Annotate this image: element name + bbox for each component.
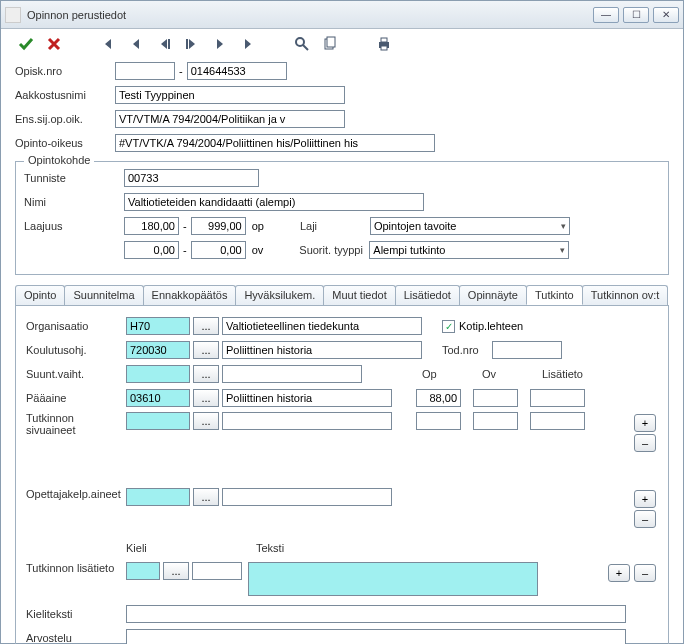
sivuaine-code-input[interactable] xyxy=(126,412,190,430)
arvostelu-label: Arvostelu xyxy=(26,632,126,644)
tlisa-browse-button[interactable]: ... xyxy=(163,562,189,580)
cancel-icon[interactable] xyxy=(43,33,65,55)
tab-opinto[interactable]: Opinto xyxy=(15,285,65,305)
opettaja-name-input[interactable] xyxy=(222,488,392,506)
tab-lisatiedot[interactable]: Lisätiedot xyxy=(395,285,460,305)
koulutusohj-browse-button[interactable]: ... xyxy=(193,341,219,359)
tab-muut-tiedot[interactable]: Muut tiedot xyxy=(323,285,395,305)
svg-rect-2 xyxy=(327,37,335,47)
svg-point-0 xyxy=(296,38,304,46)
minimize-button[interactable]: — xyxy=(593,7,619,23)
sivuaineet-label: Tutkinnon sivuaineet xyxy=(26,412,126,436)
todnro-input[interactable] xyxy=(492,341,562,359)
nav-nextx-icon[interactable] xyxy=(181,33,203,55)
close-button[interactable]: ✕ xyxy=(653,7,679,23)
tab-ennakkopaatos[interactable]: Ennakkopäätös xyxy=(143,285,237,305)
laaj2a-input[interactable] xyxy=(124,241,179,259)
op-label: op xyxy=(252,220,264,232)
maximize-button[interactable]: ☐ xyxy=(623,7,649,23)
ov-col-label: Ov xyxy=(482,368,522,380)
kieliteksti-input[interactable] xyxy=(126,605,626,623)
opinto-oikeus-label: Opinto-oikeus xyxy=(15,137,115,149)
opettaja-remove-button[interactable]: – xyxy=(634,510,656,528)
suorit-dropdown[interactable]: Alempi tutkinto xyxy=(369,241,569,259)
ov-label: ov xyxy=(252,244,264,256)
tlisa-remove-button[interactable]: – xyxy=(634,564,656,582)
sivuaine-add-button[interactable]: + xyxy=(634,414,656,432)
nimi-label: Nimi xyxy=(24,196,124,208)
nav-prevx-icon[interactable] xyxy=(153,33,175,55)
tlisa-add-button[interactable]: + xyxy=(608,564,630,582)
tab-tutkinto[interactable]: Tutkinto xyxy=(526,285,583,305)
suuntvaiht-code-input[interactable] xyxy=(126,365,190,383)
opintokohde-legend: Opintokohde xyxy=(24,154,94,166)
sivuaine-op-input[interactable] xyxy=(416,412,461,430)
organisaatio-label: Organisaatio xyxy=(26,320,126,332)
kotip-label: Kotip.lehteen xyxy=(459,320,523,332)
suorit-label: Suorit. tyyppi xyxy=(299,244,369,256)
nav-first-icon[interactable] xyxy=(97,33,119,55)
opettaja-browse-button[interactable]: ... xyxy=(193,488,219,506)
tlisa-kieli-input[interactable] xyxy=(126,562,160,580)
koulutusohj-name-input[interactable] xyxy=(222,341,422,359)
tlisa-lang-input[interactable] xyxy=(192,562,242,580)
tabs: Opinto Suunnitelma Ennakkopäätös Hyväksi… xyxy=(15,285,669,306)
opettaja-code-input[interactable] xyxy=(126,488,190,506)
suuntvaiht-label: Suunt.vaiht. xyxy=(26,368,126,380)
op-col-label: Op xyxy=(422,368,462,380)
organisaatio-name-input[interactable] xyxy=(222,317,422,335)
svg-rect-5 xyxy=(381,46,387,50)
tab-pane-tutkinto: Organisaatio ... Kotip.lehteen Koulutuso… xyxy=(15,306,669,644)
ok-icon[interactable] xyxy=(15,33,37,55)
koulutusohj-label: Koulutusohj. xyxy=(26,344,126,356)
titlebar: Opinnon perustiedot — ☐ ✕ xyxy=(1,1,683,29)
laaj2b-input[interactable] xyxy=(191,241,246,259)
paaaine-name-input[interactable] xyxy=(222,389,392,407)
tunniste-input[interactable] xyxy=(124,169,259,187)
tunniste-label: Tunniste xyxy=(24,172,124,184)
suuntvaiht-name-input[interactable] xyxy=(222,365,362,383)
paaaine-ov-input[interactable] xyxy=(473,389,518,407)
paaaine-code-input[interactable] xyxy=(126,389,190,407)
organisaatio-code-input[interactable] xyxy=(126,317,190,335)
arvostelu-input[interactable] xyxy=(126,629,626,644)
nav-last-icon[interactable] xyxy=(237,33,259,55)
aakkostusnimi-input[interactable] xyxy=(115,86,345,104)
nimi-input[interactable] xyxy=(124,193,424,211)
sivuaine-remove-button[interactable]: – xyxy=(634,434,656,452)
sivuaine-name-input[interactable] xyxy=(222,412,392,430)
opisk-nro-a-input[interactable] xyxy=(115,62,175,80)
nav-prev-icon[interactable] xyxy=(125,33,147,55)
organisaatio-browse-button[interactable]: ... xyxy=(193,317,219,335)
search-icon[interactable] xyxy=(291,33,313,55)
tab-hyvaksilukem[interactable]: Hyväksilukem. xyxy=(235,285,324,305)
tlisa-teksti-textarea[interactable] xyxy=(248,562,538,596)
teksti-label: Teksti xyxy=(256,542,284,554)
print-icon[interactable] xyxy=(373,33,395,55)
sivuaine-lisatieto-input[interactable] xyxy=(530,412,585,430)
suuntvaiht-browse-button[interactable]: ... xyxy=(193,365,219,383)
laaj1a-input[interactable] xyxy=(124,217,179,235)
opettaja-add-button[interactable]: + xyxy=(634,490,656,508)
opettajakelp-label: Opettajakelp.aineet xyxy=(26,488,126,500)
ens-sij-input[interactable] xyxy=(115,110,345,128)
laji-dropdown[interactable]: Opintojen tavoite xyxy=(370,217,570,235)
paaaine-browse-button[interactable]: ... xyxy=(193,389,219,407)
kotip-checkbox[interactable] xyxy=(442,320,455,333)
nav-next-icon[interactable] xyxy=(209,33,231,55)
koulutusohj-code-input[interactable] xyxy=(126,341,190,359)
tlisa-label: Tutkinnon lisätieto xyxy=(26,562,126,574)
tab-opinnayte[interactable]: Opinnäyte xyxy=(459,285,527,305)
tab-suunnitelma[interactable]: Suunnitelma xyxy=(64,285,143,305)
sivuaine-ov-input[interactable] xyxy=(473,412,518,430)
tab-tutkinnon-ovt[interactable]: Tutkinnon ov:t xyxy=(582,285,669,305)
opisk-nro-label: Opisk.nro xyxy=(15,65,115,77)
window: Opinnon perustiedot — ☐ ✕ Opisk.nro - Aa xyxy=(0,0,684,644)
copy-icon[interactable] xyxy=(319,33,341,55)
laaj1b-input[interactable] xyxy=(191,217,246,235)
sivuaine-browse-button[interactable]: ... xyxy=(193,412,219,430)
opinto-oikeus-input[interactable] xyxy=(115,134,435,152)
opisk-nro-b-input[interactable] xyxy=(187,62,287,80)
paaaine-lisatieto-input[interactable] xyxy=(530,389,585,407)
paaaine-op-input[interactable] xyxy=(416,389,461,407)
